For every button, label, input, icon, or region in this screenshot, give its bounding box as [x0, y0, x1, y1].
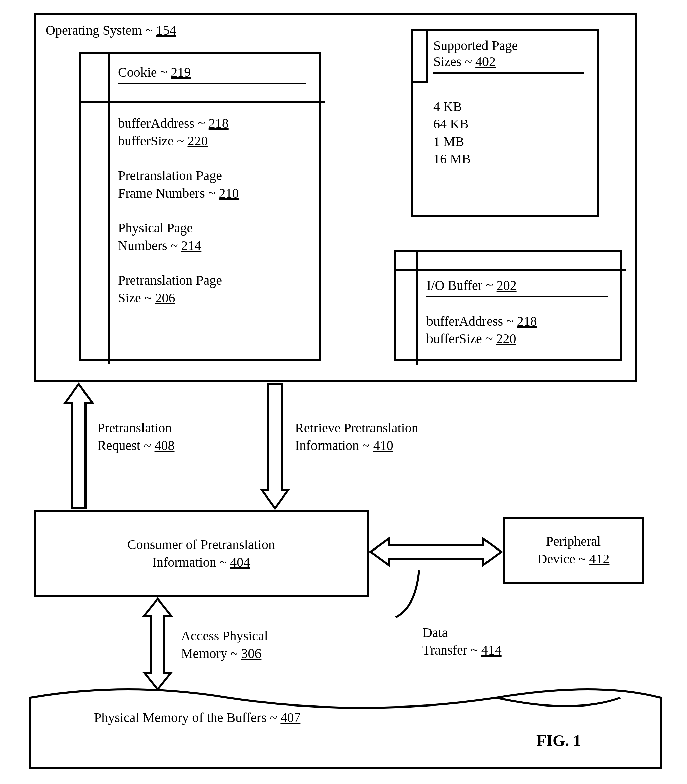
divider-h: [394, 269, 626, 271]
peripheral-device-box: Peripheral Device ~ 412: [503, 517, 644, 584]
cookie-line: Size ~ 206: [118, 289, 239, 306]
cookie-line: bufferAddress ~ 218: [118, 115, 239, 132]
cookie-line: bufferSize ~ 220: [118, 132, 239, 150]
diagram-root: Operating System ~ 154 Cookie ~ 219 buff…: [13, 13, 671, 772]
supported-header-line1: Supported Page: [433, 38, 518, 53]
io-buffer-line: bufferSize ~ 220: [426, 330, 537, 348]
physical-memory-shape-icon: [27, 684, 664, 772]
page-size-value: 16 MB: [433, 150, 471, 168]
consumer-box: Consumer of Pretranslation Information ~…: [33, 510, 369, 597]
consumer-text: Consumer of Pretranslation Information ~…: [127, 536, 275, 571]
divider-v: [416, 250, 418, 365]
page-size-value: 4 KB: [433, 98, 471, 115]
cookie-header-text: Cookie ~: [118, 65, 171, 80]
retrieve-pretranslation-arrow-icon: [258, 382, 292, 510]
divider-v: [108, 52, 110, 364]
cookie-line: Pretranslation Page: [118, 272, 239, 289]
supported-body: 4 KB 64 KB 1 MB 16 MB: [433, 98, 471, 168]
access-physical-memory-arrow-icon: [141, 597, 174, 691]
pretranslation-request-arrow-icon: [62, 382, 95, 510]
cookie-header: Cookie ~ 219: [118, 64, 306, 84]
io-buffer-header-text: I/O Buffer ~: [426, 278, 496, 293]
os-title-text: Operating System ~: [46, 23, 156, 38]
os-title: Operating System ~ 154: [46, 22, 176, 38]
figure-label: FIG. 1: [536, 731, 581, 750]
cookie-line: Physical Page: [118, 219, 239, 237]
os-title-ref: 154: [156, 23, 176, 38]
io-buffer-header: I/O Buffer ~ 202: [426, 277, 608, 297]
consumer-peripheral-arrow-icon: [369, 535, 503, 568]
pretranslation-request-label: Pretranslation Request ~ 408: [97, 419, 175, 454]
supported-header: Supported Page Sizes ~ 402: [433, 38, 584, 74]
data-transfer-label: Data Transfer ~ 414: [422, 624, 501, 659]
supported-header-line2-text: Sizes ~: [433, 54, 475, 69]
physical-memory-label: Physical Memory of the Buffers ~ 407: [94, 710, 301, 725]
io-buffer-body: bufferAddress ~ 218 bufferSize ~ 220: [426, 313, 537, 348]
divider-h: [411, 81, 429, 83]
page-size-value: 64 KB: [433, 115, 471, 133]
os-container: Operating System ~ 154 Cookie ~ 219 buff…: [33, 13, 637, 382]
retrieve-pretranslation-label: Retrieve Pretranslation Information ~ 41…: [295, 419, 418, 454]
peripheral-text: Peripheral Device ~ 412: [537, 533, 610, 568]
page-size-value: 1 MB: [433, 133, 471, 150]
cookie-header-ref: 219: [171, 65, 191, 80]
cookie-body: bufferAddress ~ 218 bufferSize ~ 220 Pre…: [118, 115, 239, 306]
cookie-line: Pretranslation Page: [118, 167, 239, 184]
divider-h: [79, 101, 325, 103]
io-buffer-box: I/O Buffer ~ 202 bufferAddress ~ 218 buf…: [394, 250, 622, 361]
access-physical-memory-label: Access Physical Memory ~ 306: [181, 628, 268, 662]
cookie-line: Frame Numbers ~ 210: [118, 184, 239, 202]
supported-page-sizes-box: Supported Page Sizes ~ 402 4 KB 64 KB 1 …: [411, 29, 599, 217]
cookie-box: Cookie ~ 219 bufferAddress ~ 218 bufferS…: [79, 52, 320, 361]
supported-header-ref: 402: [475, 54, 496, 69]
io-buffer-line: bufferAddress ~ 218: [426, 313, 537, 330]
cookie-line: Numbers ~ 214: [118, 237, 239, 254]
divider-v: [426, 29, 429, 82]
io-buffer-header-ref: 202: [496, 278, 517, 293]
